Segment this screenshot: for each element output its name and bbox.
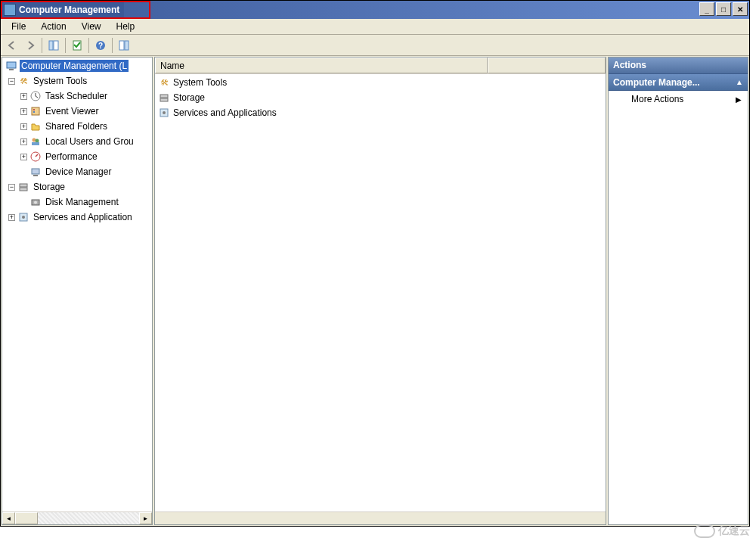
scroll-thumb[interactable] bbox=[15, 512, 38, 524]
svg-point-28 bbox=[163, 111, 166, 114]
svg-point-22 bbox=[34, 201, 37, 204]
back-button[interactable] bbox=[4, 37, 20, 54]
tree-root-computer-management[interactable]: Computer Management (L bbox=[2, 58, 152, 73]
tree-local-users-groups[interactable]: + Local Users and Grou bbox=[2, 134, 152, 149]
services-apps-icon bbox=[158, 107, 170, 119]
computer-icon bbox=[5, 60, 17, 72]
column-blank[interactable] bbox=[488, 58, 606, 73]
tree-task-scheduler[interactable]: + Task Scheduler bbox=[2, 89, 152, 104]
expand-icon[interactable]: + bbox=[20, 108, 27, 115]
expand-icon[interactable]: + bbox=[20, 123, 27, 130]
action-pane-icon bbox=[118, 39, 130, 51]
expand-icon[interactable]: + bbox=[20, 154, 27, 160]
svg-rect-15 bbox=[32, 142, 39, 145]
actions-group-label: Computer Manage... bbox=[613, 77, 700, 88]
list-panel: Name 🛠 System Tools Storage Services and… bbox=[154, 57, 606, 525]
app-icon bbox=[4, 4, 16, 16]
tree-storage[interactable]: − Storage bbox=[2, 179, 152, 194]
tree-root-label: Computer Management (L bbox=[20, 60, 129, 72]
svg-rect-11 bbox=[33, 109, 35, 110]
svg-rect-8 bbox=[9, 69, 14, 70]
close-icon: ✕ bbox=[737, 5, 743, 14]
forward-button[interactable] bbox=[22, 37, 39, 54]
svg-rect-7 bbox=[7, 62, 16, 68]
menu-file[interactable]: File bbox=[4, 19, 33, 34]
device-manager-icon bbox=[29, 166, 42, 178]
services-apps-icon bbox=[17, 211, 29, 223]
expand-icon[interactable]: + bbox=[20, 138, 27, 145]
collapse-icon: ▲ bbox=[736, 78, 743, 86]
storage-icon bbox=[17, 181, 29, 193]
system-tools-icon: 🛠 bbox=[17, 75, 29, 87]
list-horizontal-scrollbar[interactable] bbox=[155, 511, 606, 524]
svg-rect-1 bbox=[54, 41, 58, 50]
help-button[interactable]: ? bbox=[92, 37, 109, 54]
performance-icon bbox=[29, 151, 42, 163]
collapse-icon[interactable]: − bbox=[8, 78, 15, 85]
svg-rect-20 bbox=[20, 188, 27, 191]
forward-icon bbox=[25, 40, 36, 51]
list-item-services-applications[interactable]: Services and Applications bbox=[155, 105, 606, 120]
menu-view[interactable]: View bbox=[74, 19, 109, 34]
expand-icon[interactable]: + bbox=[20, 93, 27, 100]
toolbar-separator bbox=[88, 38, 89, 53]
help-icon: ? bbox=[94, 39, 107, 51]
list-item-storage[interactable]: Storage bbox=[155, 90, 606, 105]
svg-rect-17 bbox=[32, 169, 39, 174]
svg-text:?: ? bbox=[98, 42, 103, 50]
close-button[interactable]: ✕ bbox=[733, 2, 748, 16]
svg-rect-12 bbox=[33, 111, 35, 113]
tree: Computer Management (L − 🛠 System Tools … bbox=[2, 58, 152, 511]
menu-bar: File Action View Help bbox=[1, 19, 749, 35]
actions-more-actions[interactable]: More Actions ▶ bbox=[609, 91, 748, 107]
tree-shared-folders[interactable]: + Shared Folders bbox=[2, 119, 152, 134]
window-frame: Computer Management _ □ ✕ File Action Vi… bbox=[0, 0, 750, 527]
scroll-right-button[interactable]: ► bbox=[139, 512, 152, 524]
actions-title: Actions bbox=[609, 58, 748, 74]
svg-rect-10 bbox=[32, 107, 39, 115]
scroll-left-button[interactable]: ◄ bbox=[2, 512, 15, 524]
menu-action[interactable]: Action bbox=[33, 19, 73, 34]
tree-services-applications[interactable]: + Services and Application bbox=[2, 210, 152, 225]
svg-point-24 bbox=[22, 216, 25, 219]
show-hide-console-button[interactable] bbox=[45, 37, 62, 54]
tree-horizontal-scrollbar[interactable]: ◄ ► bbox=[2, 511, 152, 524]
list-header: Name bbox=[155, 58, 606, 74]
svg-rect-25 bbox=[160, 95, 168, 98]
column-name[interactable]: Name bbox=[155, 58, 488, 73]
content-area: Computer Management (L − 🛠 System Tools … bbox=[1, 56, 749, 526]
tree-system-tools[interactable]: − 🛠 System Tools bbox=[2, 73, 152, 89]
minimize-icon: _ bbox=[705, 5, 709, 14]
tree-event-viewer[interactable]: + Event Viewer bbox=[2, 104, 152, 119]
maximize-button[interactable]: □ bbox=[716, 2, 731, 16]
list-item-system-tools[interactable]: 🛠 System Tools bbox=[155, 75, 606, 90]
svg-rect-0 bbox=[49, 41, 53, 50]
tree-device-manager[interactable]: Device Manager bbox=[2, 164, 152, 179]
maximize-icon: □ bbox=[721, 5, 726, 14]
list-body: 🛠 System Tools Storage Services and Appl… bbox=[155, 74, 606, 511]
tree-performance[interactable]: + Performance bbox=[2, 149, 152, 164]
expand-icon[interactable]: + bbox=[8, 214, 15, 221]
toolbar-separator bbox=[42, 38, 42, 53]
cloud-icon bbox=[694, 524, 715, 538]
console-tree-icon bbox=[48, 39, 60, 51]
list-item-label: System Tools bbox=[173, 77, 227, 88]
svg-point-14 bbox=[36, 139, 39, 143]
users-icon bbox=[29, 135, 42, 148]
clock-icon bbox=[29, 90, 42, 102]
toolbar: ? bbox=[1, 35, 749, 56]
properties-button[interactable] bbox=[69, 37, 85, 54]
svg-rect-26 bbox=[160, 98, 168, 101]
show-hide-action-button[interactable] bbox=[116, 37, 132, 54]
window-title: Computer Management bbox=[19, 5, 119, 15]
collapse-icon[interactable]: − bbox=[8, 184, 15, 191]
scroll-track[interactable] bbox=[15, 512, 139, 524]
actions-group-header[interactable]: Computer Manage... ▲ bbox=[609, 74, 748, 91]
watermark: 亿速云 bbox=[694, 524, 750, 538]
menu-help[interactable]: Help bbox=[109, 19, 143, 34]
tree-panel: Computer Management (L − 🛠 System Tools … bbox=[2, 57, 153, 525]
title-bar[interactable]: Computer Management _ □ ✕ bbox=[1, 1, 749, 19]
minimize-button[interactable]: _ bbox=[699, 2, 714, 16]
tree-disk-management[interactable]: Disk Management bbox=[2, 194, 152, 210]
storage-icon bbox=[158, 92, 170, 104]
